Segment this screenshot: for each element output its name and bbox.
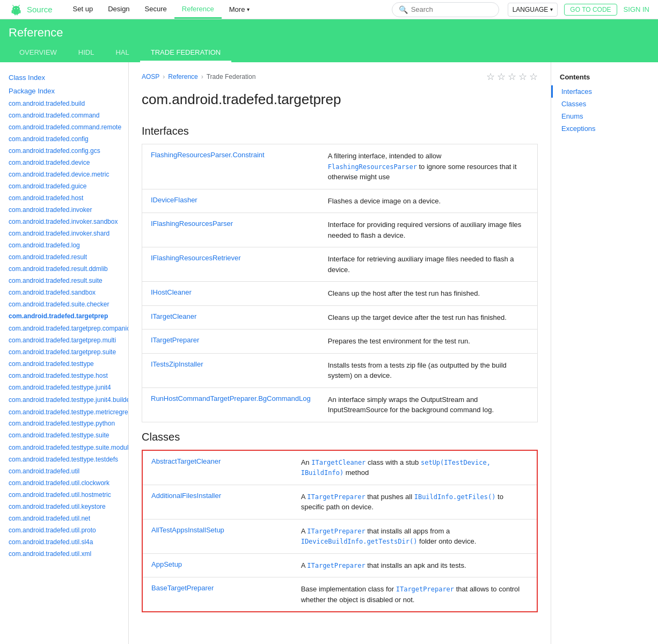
toc-exceptions[interactable]: Exceptions [551, 122, 658, 135]
tab-trade-federation[interactable]: TRADE FEDERATION [140, 44, 232, 62]
go-to-code-button[interactable]: GO TO CODE [564, 4, 617, 16]
search-input[interactable] [411, 5, 492, 13]
sidebar-link-log[interactable]: com.android.tradefed.log [0, 239, 128, 251]
sidebar-link-targetprep-multi[interactable]: com.android.tradefed.targetprep.multi [0, 334, 128, 346]
class-link-basetargetpreparer[interactable]: BaseTargetPreparer [151, 584, 214, 592]
sidebar-link-invoker-shard[interactable]: com.android.tradefed.invoker.shard [0, 228, 128, 239]
logo-area: Source [9, 2, 53, 17]
sidebar-link-sandbox[interactable]: com.android.tradefed.sandbox [0, 287, 128, 298]
table-row: IFlashingResourcesParser Interface for p… [142, 213, 538, 247]
breadcrumb-sep-1: › [163, 73, 165, 80]
inline-link-ibuildinfo-getfiles[interactable]: IBuildInfo.getFiles() [414, 493, 496, 501]
sidebar-link-testtype-suite-module[interactable]: com.android.tradefed.testtype.suite.modu… [0, 441, 128, 453]
interface-link-flashing-constraint[interactable]: FlashingResourcesParser.Constraint [151, 151, 265, 159]
inline-link-itargetpreparer-5[interactable]: ITargetPreparer [396, 586, 454, 593]
class-link-alltestappsinstallsetup[interactable]: AllTestAppsInstallSetup [151, 526, 224, 534]
toc-classes[interactable]: Classes [551, 98, 658, 110]
sidebar-link-result[interactable]: com.android.tradefed.result [0, 251, 128, 263]
sidebar-link-command-remote[interactable]: com.android.tradefed.command.remote [0, 121, 128, 133]
sidebar-link-targetprep-suite[interactable]: com.android.tradefed.targetprep.suite [0, 346, 128, 358]
sidebar-link-device-metric[interactable]: com.android.tradefed.device.metric [0, 169, 128, 180]
toc-interfaces[interactable]: Interfaces [551, 85, 658, 98]
classes-section-header: Classes [129, 422, 551, 450]
sidebar-link-config[interactable]: com.android.tradefed.config [0, 133, 128, 145]
sidebar-link-build[interactable]: com.android.tradefed.build [0, 98, 128, 109]
sidebar-link-util-net[interactable]: com.android.tradefed.util.net [0, 513, 128, 524]
interface-link-itargetpreparer[interactable]: ITargetPreparer [151, 336, 199, 344]
nav-setup[interactable]: Set up [65, 0, 101, 19]
sidebar-link-invoker-sandbox[interactable]: com.android.tradefed.invoker.sandbox [0, 216, 128, 228]
breadcrumb-aosp[interactable]: AOSP [142, 73, 159, 80]
inline-link-itargetpreparer-3[interactable]: ITargetPreparer [307, 528, 365, 535]
nav-design[interactable]: Design [100, 0, 137, 19]
sidebar-link-targetprep[interactable]: com.android.tradefed.targetprep [0, 310, 128, 322]
star-3[interactable]: ☆ [508, 71, 516, 83]
star-1[interactable]: ☆ [486, 71, 495, 83]
sidebar-link-testtype-junit4-builder[interactable]: com.android.tradefed.testtype.junit4.bui… [0, 393, 128, 406]
interface-link-ideviceflasher[interactable]: IDeviceFlasher [151, 196, 198, 204]
top-nav: Source Set up Design Secure Reference Mo… [0, 0, 658, 19]
sidebar-link-testtype[interactable]: com.android.tradefed.testtype [0, 358, 128, 370]
interface-link-iflashingresourcesparser[interactable]: IFlashingResourcesParser [151, 219, 233, 228]
class-link-additionalfilesinstaller[interactable]: AdditionalFilesInstaller [151, 492, 221, 500]
sidebar-link-testtype-metricregression[interactable]: com.android.tradefed.testtype.metricregr… [0, 406, 128, 418]
sidebar-link-invoker[interactable]: com.android.tradefed.invoker [0, 204, 128, 216]
breadcrumb-reference[interactable]: Reference [168, 73, 198, 80]
sidebar-link-util-proto[interactable]: com.android.tradefed.util.proto [0, 524, 128, 536]
inline-link-itargetpreparer-4[interactable]: ITargetPreparer [307, 562, 365, 569]
sidebar-link-util-hostmetric[interactable]: com.android.tradefed.util.hostmetric [0, 489, 128, 501]
inline-link-itargetpreparer-2[interactable]: ITargetPreparer [307, 493, 365, 501]
source-label: Source [27, 5, 53, 14]
sidebar-link-command[interactable]: com.android.tradefed.command [0, 109, 128, 121]
sidebar-link-result-suite[interactable]: com.android.tradefed.result.suite [0, 275, 128, 287]
tab-hidl[interactable]: HIDL [68, 44, 105, 62]
class-link-abstracttargetcleaner[interactable]: AbstractTargetCleaner [151, 457, 221, 465]
interface-link-iflashingresourcesretriever[interactable]: IFlashingResourcesRetriever [151, 254, 241, 262]
sidebar-link-device[interactable]: com.android.tradefed.device [0, 157, 128, 169]
sidebar-package-index[interactable]: Package Index [0, 84, 128, 98]
sidebar-link-testtype-python[interactable]: com.android.tradefed.testtype.python [0, 418, 128, 429]
interface-link-runhostcommand-bgcommandlog[interactable]: RunHostCommandTargetPreparer.BgCommandLo… [151, 394, 311, 402]
nav-secure[interactable]: Secure [137, 0, 174, 19]
sidebar-class-index[interactable]: Class Index [0, 71, 128, 84]
sidebar-link-config-gcs[interactable]: com.android.tradefed.config.gcs [0, 145, 128, 157]
sidebar-link-testtype-junit4[interactable]: com.android.tradefed.testtype.junit4 [0, 382, 128, 393]
nav-reference[interactable]: Reference [174, 0, 222, 19]
sidebar-link-guice[interactable]: com.android.tradefed.guice [0, 180, 128, 192]
interface-link-ihostcleaner[interactable]: IHostCleaner [151, 288, 192, 296]
toc-enums[interactable]: Enums [551, 110, 658, 122]
inline-link-flashingresourcesparser[interactable]: FlashingResourcesParser [328, 163, 417, 171]
sidebar-link-testtype-testdefs[interactable]: com.android.tradefed.testtype.testdefs [0, 453, 128, 465]
star-2[interactable]: ☆ [497, 71, 506, 83]
interface-link-itargetcleaner[interactable]: ITargetCleaner [151, 312, 196, 320]
sidebar-link-util-clockwork[interactable]: com.android.tradefed.util.clockwork [0, 477, 128, 489]
table-row: IDeviceFlasher Flashes a device image on… [142, 189, 538, 213]
classes-table: AbstractTargetCleaner An ITargetCleaner … [142, 450, 538, 613]
svg-rect-10 [17, 13, 18, 16]
sidebar-link-util-sl4a[interactable]: com.android.tradefed.util.sl4a [0, 536, 128, 548]
sidebar-link-util-xml[interactable]: com.android.tradefed.util.xml [0, 548, 128, 560]
tab-hal[interactable]: HAL [105, 44, 140, 62]
sidebar-link-result-ddmlib[interactable]: com.android.tradefed.result.ddmlib [0, 263, 128, 275]
nav-more[interactable]: More ▾ [222, 5, 258, 13]
inline-link-idevicebuildinfo-gettestsdir[interactable]: IDeviceBuildInfo.getTestsDir() [301, 538, 418, 545]
content-area: AOSP › Reference › Trade Federation ☆ ☆ … [129, 62, 551, 644]
language-selector[interactable]: LANGUAGE ▾ [508, 3, 558, 17]
sidebar-link-suite-checker[interactable]: com.android.tradefed.suite.checker [0, 298, 128, 310]
interfaces-table: FlashingResourcesParser.Constraint A fil… [142, 144, 538, 422]
star-5[interactable]: ☆ [529, 71, 538, 83]
class-link-appsetup[interactable]: AppSetup [151, 560, 182, 568]
sign-in-button[interactable]: SIGN IN [624, 5, 649, 13]
sidebar-link-testtype-suite[interactable]: com.android.tradefed.testtype.suite [0, 429, 128, 441]
sidebar-link-util-keystore[interactable]: com.android.tradefed.util.keystore [0, 501, 128, 513]
sidebar-link-testtype-host[interactable]: com.android.tradefed.testtype.host [0, 370, 128, 382]
search-box[interactable]: 🔍 [392, 2, 499, 17]
tab-overview[interactable]: OVERVIEW [9, 44, 68, 62]
interface-link-itestszipinstaller[interactable]: ITestsZipInstaller [151, 360, 203, 368]
star-4[interactable]: ☆ [518, 71, 527, 83]
reference-tabs: OVERVIEW HIDL HAL TRADE FEDERATION [9, 44, 649, 62]
sidebar-link-targetprep-companion[interactable]: com.android.tradefed.targetprep.companio… [0, 322, 128, 334]
sidebar-link-util[interactable]: com.android.tradefed.util [0, 465, 128, 477]
inline-link-itargetcleaner-1[interactable]: ITargetCleaner [311, 459, 365, 466]
sidebar-link-host[interactable]: com.android.tradefed.host [0, 192, 128, 204]
